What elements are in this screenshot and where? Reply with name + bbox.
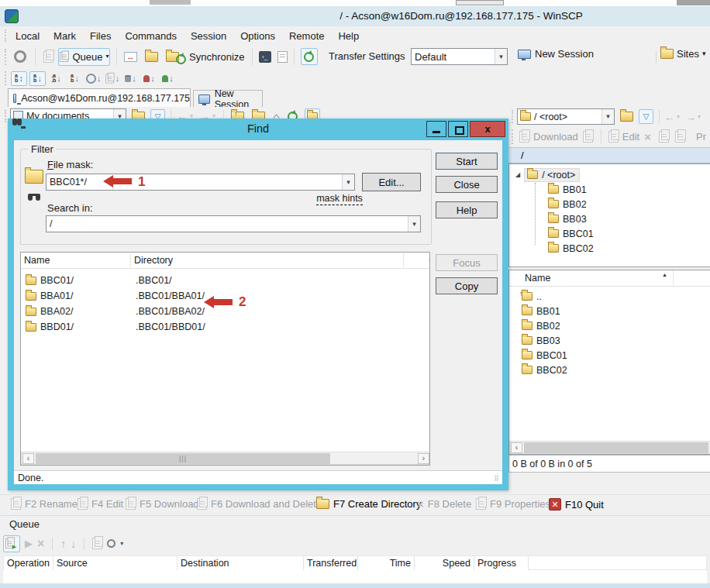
tab-new-session[interactable]: New Session xyxy=(193,90,263,107)
start-button[interactable]: Start xyxy=(436,153,498,170)
maximize-button[interactable] xyxy=(448,121,468,137)
list-item[interactable]: BBC01 xyxy=(522,348,567,363)
queue-column-transferred[interactable]: Transferred xyxy=(304,556,358,570)
tree-item[interactable]: BB02 xyxy=(548,197,587,211)
new-session-button[interactable]: New Session xyxy=(518,48,594,60)
sort-size-icon[interactable]: ab xyxy=(67,71,83,86)
remote-address-combo[interactable]: / <root> xyxy=(517,108,615,125)
tree-item[interactable]: BB03 xyxy=(548,211,587,226)
queue-column-operation[interactable]: Operation xyxy=(4,556,53,570)
transfer-settings-combo[interactable]: Default xyxy=(411,48,508,65)
queue-button-label: Queue xyxy=(72,51,102,63)
menu-files[interactable]: Files xyxy=(83,29,118,43)
name-column-header[interactable]: Name xyxy=(509,273,550,284)
focus-button[interactable]: Focus xyxy=(436,254,498,271)
window-title: / - Acson@w16Dom.ru@192.168.177.175 - Wi… xyxy=(295,10,628,22)
sites-button[interactable]: Sites xyxy=(660,48,705,60)
menu-commands[interactable]: Commands xyxy=(118,29,183,43)
queue-column-progress[interactable]: Progress xyxy=(474,556,529,570)
back-icon[interactable] xyxy=(664,112,675,122)
scrollbar-thumb[interactable]: ||| xyxy=(36,453,330,464)
tree-root-row[interactable]: / <root> xyxy=(515,167,580,182)
find-dialog-titlebar[interactable]: Find x xyxy=(8,119,508,140)
background-transfer-icon[interactable] xyxy=(277,51,288,63)
help-button[interactable]: Help xyxy=(436,201,498,218)
filter-icon[interactable]: ▽ xyxy=(639,109,653,124)
fkey-f10-quit[interactable]: ✕ F10 Quit xyxy=(549,498,604,511)
open-directory-icon[interactable] xyxy=(620,112,633,122)
download-label[interactable]: Download xyxy=(533,131,578,143)
scroll-left-button[interactable] xyxy=(511,442,522,453)
tree-item[interactable]: BBC02 xyxy=(548,241,594,256)
queue-toggle-button[interactable]: Queue xyxy=(58,48,110,66)
result-row[interactable]: BBD01/ .BBC01/BBD01/ xyxy=(26,319,425,335)
refresh-panel-button[interactable] xyxy=(301,48,318,65)
copy-button[interactable]: Copy xyxy=(436,277,498,294)
results-directory-column-header[interactable]: Directory xyxy=(131,253,404,267)
find-folder-icon xyxy=(25,170,43,184)
scroll-right-button[interactable] xyxy=(418,453,429,464)
synchronize-button[interactable]: Synchronize xyxy=(166,51,245,63)
console-icon[interactable]: ›_ xyxy=(259,51,271,63)
menu-remote[interactable]: Remote xyxy=(282,29,332,43)
file-mask-combo[interactable]: BBC01*/ xyxy=(46,174,355,191)
queue-settings-gear-icon[interactable] xyxy=(107,539,115,548)
mask-hints-link[interactable]: mask hints xyxy=(310,193,369,204)
edit-label[interactable]: Edit xyxy=(622,131,639,143)
minimize-button[interactable] xyxy=(426,121,446,137)
tree-expander-icon[interactable] xyxy=(515,172,520,178)
list-item[interactable]: BB03 xyxy=(522,333,560,348)
list-item[interactable]: BB01 xyxy=(522,304,560,318)
sort-rights-lock-icon[interactable] xyxy=(122,71,139,86)
fkey-f7-create-directory[interactable]: F7 Create Directory xyxy=(316,498,421,510)
results-extra-column-header[interactable] xyxy=(404,259,429,262)
sort-modified-clock-icon[interactable] xyxy=(85,71,102,86)
queue-column-destination[interactable]: Destination xyxy=(178,556,304,570)
resize-grip[interactable]: ⠿ xyxy=(494,475,500,483)
scroll-left-button[interactable] xyxy=(22,453,34,464)
properties-label-cut[interactable]: Pr xyxy=(696,131,706,143)
folder-icon xyxy=(548,185,559,194)
search-in-combo[interactable]: / xyxy=(46,215,421,232)
list-item-parent[interactable]: .. xyxy=(522,289,542,304)
remote-list-header[interactable]: Name xyxy=(509,270,710,287)
sort-extension-icon[interactable]: .a.b xyxy=(48,71,64,86)
queue-show-toggle-button[interactable] xyxy=(3,535,20,552)
results-hscrollbar[interactable]: ||| xyxy=(21,452,429,465)
properties-icon xyxy=(476,498,486,510)
sort-name-both-icon[interactable]: ab xyxy=(11,71,27,86)
sort-group-icon[interactable] xyxy=(160,71,176,86)
remote-list-hscrollbar[interactable] xyxy=(509,441,710,454)
menu-help[interactable]: Help xyxy=(331,29,366,43)
queue-pages-icon xyxy=(60,52,68,62)
close-button[interactable]: x xyxy=(470,121,505,137)
results-name-column-header[interactable]: Name xyxy=(21,253,131,267)
queue-column-time[interactable]: Time xyxy=(358,556,415,570)
sort-owner-icon[interactable] xyxy=(141,71,157,86)
folder-icon xyxy=(26,323,36,332)
list-item[interactable]: BB02 xyxy=(522,318,560,333)
menu-session[interactable]: Session xyxy=(184,29,233,43)
tree-item[interactable]: BBC01 xyxy=(548,226,594,241)
toolbar-grip xyxy=(512,110,515,124)
list-item[interactable]: BBC02 xyxy=(522,363,567,377)
result-row[interactable]: BBC01/ .BBC01/ xyxy=(26,273,425,288)
commands-folder-icon[interactable] xyxy=(145,52,158,62)
scrollbar-thumb[interactable] xyxy=(524,442,708,453)
close-action-button[interactable]: Close xyxy=(436,176,498,193)
forward-icon[interactable] xyxy=(685,112,696,122)
tab-session-active[interactable]: Acson@w16Dom.ru@192.168.177.175 xyxy=(8,88,191,107)
menu-options[interactable]: Options xyxy=(233,29,282,43)
synchronized-browsing-icon[interactable] xyxy=(124,52,137,62)
queue-column-speed[interactable]: Speed xyxy=(415,556,474,570)
menu-mark[interactable]: Mark xyxy=(47,29,83,43)
queue-panel: Queue Operation Source Destination Trans… xyxy=(0,515,710,584)
edit-button[interactable]: Edit... xyxy=(362,173,421,191)
menu-local[interactable]: Local xyxy=(9,29,47,43)
tree-item[interactable]: BB01 xyxy=(548,182,587,197)
sort-name-asc-icon[interactable]: ab xyxy=(29,71,46,86)
sort-type-file-icon[interactable] xyxy=(104,71,120,86)
synchronize-label: Synchronize xyxy=(189,51,245,63)
preferences-gear-icon[interactable] xyxy=(14,50,26,63)
queue-column-source[interactable]: Source xyxy=(53,556,178,570)
